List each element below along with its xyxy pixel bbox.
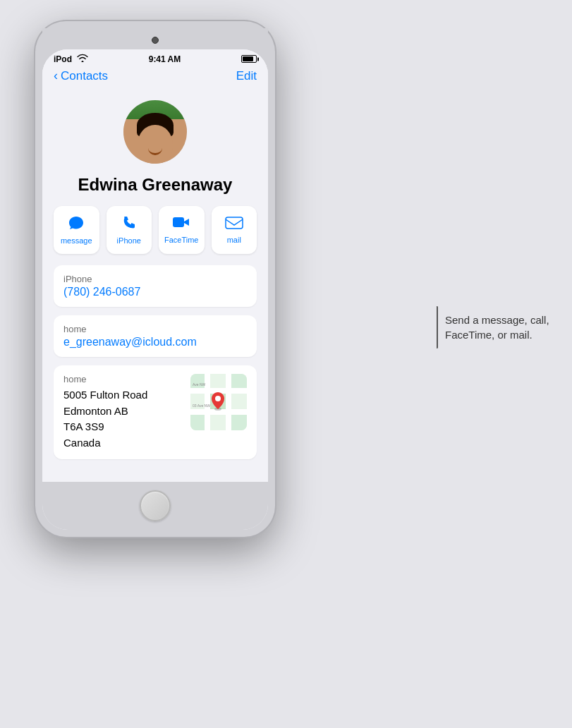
svg-rect-9 — [231, 374, 247, 388]
email-card: home e_greenaway@icloud.com — [54, 315, 257, 357]
message-label: message — [61, 236, 92, 245]
svg-rect-10 — [190, 415, 205, 430]
chevron-left-icon: ‹ — [54, 68, 58, 83]
message-button[interactable]: message — [54, 206, 99, 254]
back-button[interactable]: ‹ Contacts — [54, 68, 108, 83]
status-left: iPod — [54, 54, 88, 64]
message-icon — [68, 215, 85, 233]
facetime-icon — [172, 216, 190, 233]
facetime-button[interactable]: FaceTime — [159, 206, 205, 254]
avatar-section — [42, 89, 268, 172]
device-screen: iPod 9:41 AM — [42, 49, 268, 530]
status-right — [241, 55, 257, 63]
svg-text:Ave NW: Ave NW — [193, 382, 206, 387]
battery-icon — [241, 55, 257, 63]
smile — [148, 148, 162, 155]
svg-rect-1 — [226, 217, 243, 229]
back-label: Contacts — [61, 69, 108, 83]
mail-label: mail — [227, 236, 241, 244]
map-thumbnail[interactable]: Ave NW 03 Ave NW — [190, 374, 247, 430]
iphone-button[interactable]: iPhone — [107, 206, 152, 254]
phone-label: iPhone — [63, 274, 247, 284]
address-line1: 5005 Fulton Road — [63, 387, 147, 404]
head — [138, 125, 173, 164]
status-bar: iPod 9:41 AM — [42, 49, 268, 66]
annotation: Send a message, call, FaceTime, or mail. — [437, 306, 558, 348]
wifi-icon — [77, 54, 88, 64]
address-line4: Canada — [63, 435, 147, 451]
address-card: home 5005 Fulton Road Edmonton AB T6A 3S… — [54, 365, 257, 459]
address-text: home 5005 Fulton Road Edmonton AB T6A 3S… — [63, 374, 147, 451]
edit-button[interactable]: Edit — [236, 69, 257, 83]
status-time: 9:41 AM — [149, 54, 181, 64]
phone-card: iPhone (780) 246-0687 — [54, 265, 257, 307]
iphone-label: iPhone — [117, 236, 141, 245]
front-camera — [152, 37, 159, 44]
device-top-bar — [42, 28, 268, 49]
phone-icon — [121, 215, 137, 233]
annotation-text: Send a message, call, FaceTime, or mail. — [445, 313, 558, 342]
screen: iPod 9:41 AM — [42, 49, 268, 482]
email-value[interactable]: e_greenaway@icloud.com — [63, 336, 247, 348]
battery-fill — [243, 56, 253, 61]
svg-rect-6 — [226, 374, 231, 430]
facetime-label: FaceTime — [164, 236, 199, 244]
home-button[interactable] — [140, 490, 171, 521]
annotation-bracket — [437, 306, 438, 348]
contact-content: Edwina Greenaway message — [42, 89, 268, 482]
email-label: home — [63, 324, 247, 334]
address-line3: T6A 3S9 — [63, 419, 147, 435]
svg-rect-11 — [231, 415, 247, 430]
carrier-label: iPod — [54, 54, 72, 64]
contact-name: Edwina Greenaway — [42, 172, 268, 206]
svg-text:03 Ave NW: 03 Ave NW — [193, 404, 210, 408]
mail-icon — [225, 216, 243, 233]
action-buttons: message iPhone — [42, 206, 268, 265]
svg-point-15 — [215, 396, 221, 401]
nav-bar: ‹ Contacts Edit — [42, 66, 268, 89]
contact-photo — [123, 100, 187, 164]
address-line2: Edmonton AB — [63, 404, 147, 420]
avatar — [123, 100, 187, 164]
device: iPod 9:41 AM — [35, 21, 275, 537]
home-button-area — [42, 482, 268, 530]
phone-value[interactable]: (780) 246-0687 — [63, 286, 247, 298]
svg-rect-0 — [173, 217, 184, 227]
mail-button[interactable]: mail — [212, 206, 257, 254]
address-label: home — [63, 374, 147, 384]
